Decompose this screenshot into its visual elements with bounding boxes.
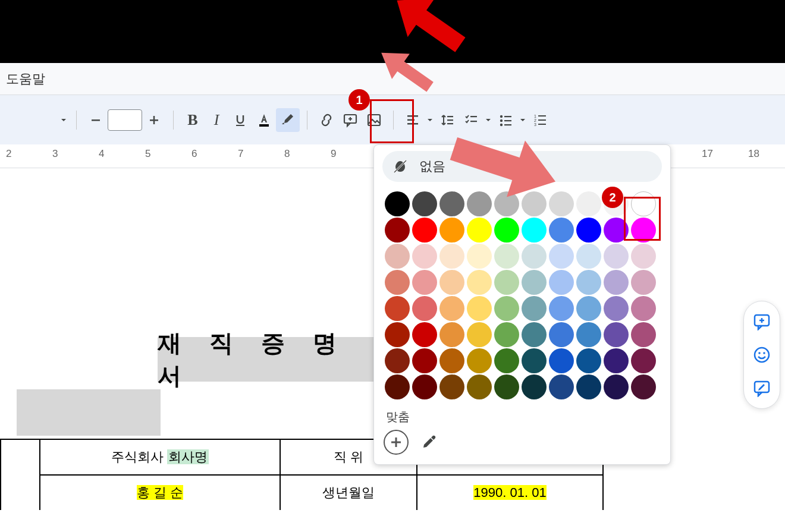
insert-link-button[interactable] [315,108,338,132]
color-swatch[interactable] [439,348,464,373]
color-swatch[interactable] [631,244,656,269]
color-swatch[interactable] [385,270,410,295]
color-swatch[interactable] [604,296,629,321]
color-swatch[interactable] [576,191,601,216]
color-swatch[interactable] [412,270,437,295]
table-cell[interactable]: 생년월일 [280,475,417,510]
text-color-button[interactable] [252,108,276,132]
color-swatch[interactable] [576,348,601,373]
styles-dropdown[interactable] [58,108,69,132]
color-swatch[interactable] [494,270,519,295]
color-swatch[interactable] [467,244,492,269]
color-swatch[interactable] [631,322,656,347]
color-swatch[interactable] [439,244,464,269]
color-swatch[interactable] [549,374,574,399]
decrease-font-size-button[interactable] [84,108,108,132]
color-swatch[interactable] [494,296,519,321]
color-swatch[interactable] [631,374,656,399]
increase-font-size-button[interactable] [142,108,166,132]
color-swatch[interactable] [576,296,601,321]
color-swatch[interactable] [385,348,410,373]
color-swatch[interactable] [385,191,410,216]
table-cell[interactable]: 홍 길 순 [40,475,280,510]
color-swatch[interactable] [467,348,492,373]
color-swatch[interactable] [385,374,410,399]
color-swatch[interactable] [631,348,656,373]
ruler-tick: 4 [99,148,104,160]
suggest-edits-button[interactable] [748,374,776,402]
color-swatch[interactable] [522,218,547,243]
color-swatch[interactable] [604,270,629,295]
color-swatch[interactable] [412,348,437,373]
color-swatch[interactable] [467,296,492,321]
color-swatch[interactable] [412,191,437,216]
color-swatch[interactable] [412,218,437,243]
color-swatch[interactable] [494,244,519,269]
color-swatch[interactable] [494,322,519,347]
color-swatch[interactable] [604,348,629,373]
italic-button[interactable]: I [205,108,228,132]
color-swatch[interactable] [549,244,574,269]
color-swatch[interactable] [631,270,656,295]
emoji-reaction-button[interactable] [748,341,776,369]
color-swatch[interactable] [549,218,574,243]
color-swatch[interactable] [549,322,574,347]
color-swatch[interactable] [576,244,601,269]
color-swatch[interactable] [631,296,656,321]
color-swatch[interactable] [549,348,574,373]
color-swatch[interactable] [494,218,519,243]
ruler-tick: 5 [145,148,150,160]
ruler-tick: 17 [702,148,713,160]
color-swatch[interactable] [549,270,574,295]
color-swatch[interactable] [576,374,601,399]
custom-section-label: 맞춤 [374,405,670,430]
svg-rect-30 [395,437,397,447]
color-swatch[interactable] [576,322,601,347]
color-swatch[interactable] [604,322,629,347]
font-size-input[interactable] [108,109,142,131]
color-swatch[interactable] [467,218,492,243]
color-swatch[interactable] [385,296,410,321]
color-swatch[interactable] [494,348,519,373]
color-swatch[interactable] [412,322,437,347]
color-swatch[interactable] [604,244,629,269]
color-swatch[interactable] [439,296,464,321]
color-swatch[interactable] [522,270,547,295]
color-swatch[interactable] [467,374,492,399]
menu-help[interactable]: 도움말 [6,70,45,88]
color-swatch[interactable] [439,374,464,399]
underline-button[interactable] [228,108,252,132]
color-swatch[interactable] [439,270,464,295]
color-swatch[interactable] [604,374,629,399]
color-swatch[interactable] [385,322,410,347]
table-cell[interactable]: 주식회사 회사명 [40,439,280,475]
color-swatch[interactable] [412,296,437,321]
color-swatch[interactable] [522,244,547,269]
svg-point-34 [763,352,765,354]
add-comment-rail-button[interactable] [748,307,776,336]
add-custom-color-button[interactable] [384,430,409,455]
color-swatch[interactable] [522,322,547,347]
color-swatch[interactable] [522,348,547,373]
bold-button[interactable]: B [181,108,205,132]
color-swatch[interactable] [439,218,464,243]
table-cell[interactable]: 1990. 01. 01 [417,475,603,510]
ruler-tick: 9 [331,148,336,160]
color-swatch[interactable] [467,270,492,295]
color-swatch[interactable] [522,296,547,321]
color-swatch[interactable] [439,322,464,347]
color-swatch[interactable] [522,374,547,399]
highlight-color-button[interactable] [276,108,300,132]
color-swatch[interactable] [494,374,519,399]
color-swatch[interactable] [385,218,410,243]
color-swatch[interactable] [467,322,492,347]
color-swatch[interactable] [412,244,437,269]
color-swatch[interactable] [385,244,410,269]
color-swatch[interactable] [576,218,601,243]
eyedropper-button[interactable] [417,430,442,455]
arrow-annotation-1-shadow [357,52,452,112]
color-swatch[interactable] [412,374,437,399]
cell-name: 홍 길 순 [137,485,183,500]
color-swatch[interactable] [576,270,601,295]
color-swatch[interactable] [549,296,574,321]
